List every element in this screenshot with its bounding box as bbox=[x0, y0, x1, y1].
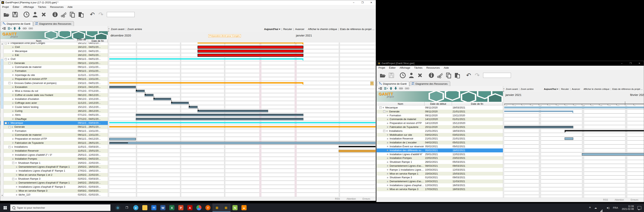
table-scrollbar[interactable]: ▲▼ bbox=[1, 43, 4, 197]
outdent-button[interactable] bbox=[379, 87, 382, 90]
collapse-toggle[interactable]: − bbox=[383, 110, 385, 113]
collapse-toggle[interactable]: − bbox=[380, 106, 382, 109]
table-row[interactable]: Commande de materiel09/11/2...13/11/20..… bbox=[0, 65, 108, 69]
task-bar[interactable] bbox=[339, 150, 376, 152]
summary-bar[interactable] bbox=[198, 43, 304, 44]
table-row[interactable]: Installation des différents support stru… bbox=[377, 148, 503, 152]
table-row[interactable]: Fabrication de Tuyauterie20/11/202021/01… bbox=[377, 125, 503, 129]
today-link[interactable]: Aujourd'hui ▾ bbox=[544, 88, 558, 90]
summary-bar[interactable] bbox=[109, 126, 376, 127]
column-header-date-fin[interactable]: Date de fin bbox=[88, 39, 108, 43]
link-button[interactable] bbox=[399, 87, 403, 90]
table-row[interactable]: Mise en service Rampe 317/03/202118/03/2… bbox=[377, 187, 503, 191]
zoom-out-link[interactable]: Zoom arrière bbox=[521, 88, 534, 90]
collapse-toggle[interactable]: − bbox=[5, 43, 7, 44]
table-row[interactable]: −Mecanique09/11/202018/03/2021 bbox=[377, 106, 503, 110]
table-row[interactable]: Shutdown Rampe 126/02/202105/03/2021 bbox=[377, 160, 503, 164]
save-button[interactable] bbox=[11, 10, 20, 19]
table-row[interactable]: Rampe 1 Installations Lignes d'asphalt .… bbox=[377, 168, 503, 172]
summary-bar[interactable] bbox=[109, 58, 304, 60]
task-bar[interactable] bbox=[198, 54, 304, 57]
table-row[interactable]: Coffrer et couler dalle sou l'isolant08/… bbox=[0, 93, 108, 97]
table-row[interactable]: Mise en service Rampe 1 et 222/02/2...22… bbox=[0, 173, 108, 177]
cut-button[interactable] bbox=[436, 71, 444, 80]
table-row[interactable]: Preparation et revision d'ITP09/11/2...1… bbox=[0, 77, 108, 81]
collapse-toggle[interactable]: − bbox=[8, 126, 10, 128]
table-row[interactable]: Demantelement Lignes d'asphalt 8" Rampe … bbox=[0, 165, 108, 169]
table-row[interactable]: Commande de materiel14/12/202001/01/2021 bbox=[377, 117, 503, 121]
status-attention[interactable]: Attention bbox=[346, 197, 356, 200]
menu-aide[interactable]: Aide bbox=[442, 66, 451, 70]
column-header-date-debut[interactable]: Date de début bbox=[424, 102, 452, 106]
table-row[interactable]: Mise a niveau du sol07/12/2...07/12/20..… bbox=[0, 89, 108, 93]
link-button[interactable] bbox=[23, 27, 27, 30]
table-row[interactable]: Mobilisation sur site03/02/202103/02/202… bbox=[377, 133, 503, 137]
copy-button[interactable] bbox=[444, 71, 453, 80]
paste-button[interactable] bbox=[77, 10, 85, 19]
status-erreurs[interactable]: Erreurs bbox=[631, 198, 638, 201]
tab-ressources[interactable]: Diagramme des Ressources bbox=[410, 81, 450, 86]
taskbar-icon-vlc[interactable]: ▲ bbox=[240, 203, 248, 212]
task-bar[interactable] bbox=[109, 142, 376, 144]
table-row[interactable]: Installation Pompes04/02/2...04/02/20... bbox=[0, 157, 108, 161]
clock-button[interactable] bbox=[398, 71, 407, 80]
cut-button[interactable] bbox=[60, 10, 68, 19]
taskbar-icon-mail[interactable]: ✉ bbox=[149, 203, 158, 212]
table-row[interactable]: Demantelement Lignes d'asphalt 6"08/03/2… bbox=[377, 164, 503, 168]
task-bar[interactable] bbox=[171, 102, 189, 104]
baselines-link[interactable]: Etats de référence du projet ... bbox=[340, 28, 374, 31]
taskbar-search[interactable]: Taper ici pour rechercher bbox=[10, 204, 110, 211]
taskbar-icon-task-view[interactable]: ❐ bbox=[122, 203, 131, 212]
task-bar[interactable] bbox=[154, 98, 171, 100]
table-row[interactable]: Abris07/12/2...04/01/20... bbox=[0, 113, 108, 117]
table-row[interactable]: Installations Lignes d'asphalt 6" Rampe … bbox=[377, 183, 503, 187]
task-bar[interactable] bbox=[198, 50, 304, 53]
menu-éditer[interactable]: Éditer bbox=[387, 66, 398, 70]
table-row[interactable]: Coffrage avec acier11/12/2...14/12/20... bbox=[0, 101, 108, 105]
table-row[interactable]: Installation d'isolation09/12/2...10/12/… bbox=[0, 97, 108, 101]
undo-button[interactable]: ↶ bbox=[464, 71, 473, 80]
copy-button[interactable] bbox=[68, 10, 77, 19]
close-button[interactable]: ✕ bbox=[635, 61, 644, 66]
status-rss[interactable]: RSS bbox=[603, 198, 608, 201]
open-button[interactable] bbox=[378, 71, 387, 80]
table-row[interactable]: Arpentage du site11/11/2...12/11/20... bbox=[0, 73, 108, 77]
zoom-out-link[interactable]: Zoom arrière bbox=[128, 28, 142, 31]
taskbar-icon-chrome[interactable] bbox=[194, 203, 204, 212]
move-down-button[interactable] bbox=[18, 27, 21, 30]
table-row[interactable]: Installations Lignes d'asphalt 8" Rampe … bbox=[0, 185, 108, 189]
action-center-button[interactable] bbox=[636, 203, 644, 212]
table-row[interactable]: Chauffage07/12/2...04/01/20... bbox=[0, 117, 108, 121]
maximize-button[interactable]: ❐ bbox=[626, 61, 635, 66]
collapse-toggle[interactable]: − bbox=[8, 146, 10, 148]
taskbar-clock[interactable]: 11:332021-02-08 bbox=[620, 205, 636, 210]
step-forward-link[interactable]: Avancer bbox=[572, 88, 580, 90]
taskbar-icon-notepad-plus-plus[interactable]: N bbox=[230, 203, 240, 212]
task-bar[interactable] bbox=[582, 153, 644, 155]
close-button[interactable]: ✕ bbox=[367, 0, 376, 5]
taskbar-icon-acrobat-reader[interactable]: A bbox=[186, 203, 194, 212]
table-row[interactable]: −Installations21/01/202118/03/2021 bbox=[377, 129, 503, 133]
summary-bar[interactable] bbox=[565, 130, 644, 131]
tray-chevron-icon[interactable]: ^ bbox=[587, 203, 593, 212]
outdent-button[interactable] bbox=[2, 27, 6, 30]
menu-éditer[interactable]: Éditer bbox=[11, 5, 21, 9]
undo-button[interactable]: ↶ bbox=[88, 10, 96, 19]
collapse-toggle[interactable]: − bbox=[5, 58, 7, 60]
task-bar[interactable] bbox=[189, 106, 198, 108]
column-header-date-fin[interactable]: Date de fin bbox=[452, 102, 502, 106]
redo-button[interactable]: ↷ bbox=[96, 10, 105, 19]
volume-icon[interactable]: ◄) bbox=[604, 203, 611, 212]
status-rss[interactable]: RSS bbox=[335, 197, 340, 200]
table-row[interactable]: −Installations11/01/2...03/03/20... bbox=[0, 145, 108, 149]
indent-button[interactable] bbox=[384, 87, 388, 90]
minimize-button[interactable]: – bbox=[349, 0, 358, 5]
clock-button[interactable] bbox=[22, 10, 31, 19]
zoom-in-link[interactable]: Zoom avant bbox=[111, 28, 124, 31]
toolbar-search-input[interactable] bbox=[107, 12, 135, 17]
zoom-in-link[interactable]: Zoom avant bbox=[506, 88, 518, 90]
collapse-toggle[interactable]: − bbox=[12, 178, 14, 180]
info-button[interactable] bbox=[427, 71, 436, 80]
task-bar[interactable] bbox=[198, 110, 268, 112]
collapse-toggle[interactable]: − bbox=[8, 82, 10, 84]
